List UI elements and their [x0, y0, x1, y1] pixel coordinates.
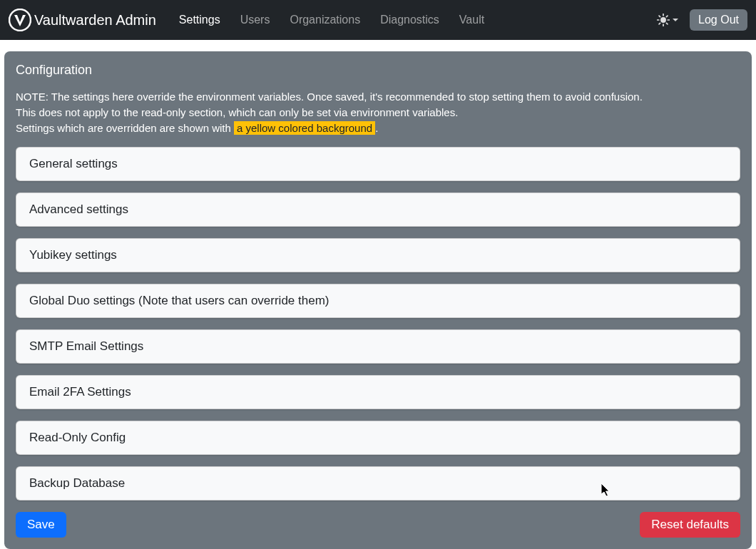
- section-yubikey-settings[interactable]: Yubikey settings: [16, 238, 740, 272]
- section-list: General settings Advanced settings Yubik…: [16, 147, 740, 501]
- main-container: Configuration NOTE: The settings here ov…: [0, 40, 756, 549]
- config-title: Configuration: [16, 63, 740, 78]
- note-line-2: This does not apply to the read-only sec…: [16, 105, 740, 120]
- vaultwarden-logo-icon: [9, 9, 31, 31]
- nav-links: Settings Users Organizations Diagnostics…: [170, 8, 493, 32]
- svg-point-1: [660, 17, 666, 23]
- note-line-3-prefix: Settings which are overridden are shown …: [16, 122, 234, 134]
- svg-line-9: [666, 16, 668, 17]
- logout-button[interactable]: Log Out: [690, 9, 747, 31]
- section-smtp-email-settings[interactable]: SMTP Email Settings: [16, 329, 740, 364]
- section-advanced-settings[interactable]: Advanced settings: [16, 193, 740, 227]
- brand[interactable]: Vaultwarden Admin: [9, 9, 156, 31]
- navbar-right: Log Out: [653, 9, 747, 31]
- chevron-down-icon: [673, 19, 678, 21]
- nav-users[interactable]: Users: [232, 8, 279, 32]
- svg-line-6: [659, 16, 660, 17]
- config-panel: Configuration NOTE: The settings here ov…: [4, 51, 752, 549]
- button-row: Save Reset defaults: [16, 512, 740, 538]
- section-global-duo-settings[interactable]: Global Duo settings (Note that users can…: [16, 284, 740, 318]
- save-button[interactable]: Save: [16, 512, 66, 538]
- nav-organizations[interactable]: Organizations: [281, 8, 369, 32]
- section-backup-database[interactable]: Backup Database: [16, 466, 740, 501]
- svg-line-7: [666, 23, 668, 24]
- nav-diagnostics[interactable]: Diagnostics: [372, 8, 448, 32]
- yellow-highlight: a yellow colored background: [234, 121, 375, 135]
- theme-toggle[interactable]: [653, 11, 683, 29]
- navbar: Vaultwarden Admin Settings Users Organiz…: [0, 0, 756, 40]
- nav-vault[interactable]: Vault: [451, 8, 493, 32]
- svg-line-8: [659, 23, 660, 24]
- section-general-settings[interactable]: General settings: [16, 147, 740, 181]
- reset-defaults-button[interactable]: Reset defaults: [640, 512, 740, 538]
- note-line-3: Settings which are overridden are shown …: [16, 120, 740, 136]
- note-line-3-suffix: .: [375, 122, 378, 134]
- note-line-1: NOTE: The settings here override the env…: [16, 89, 740, 105]
- brand-text: Vaultwarden Admin: [34, 12, 156, 29]
- config-note: NOTE: The settings here override the env…: [16, 89, 740, 135]
- section-read-only-config[interactable]: Read-Only Config: [16, 421, 740, 455]
- svg-point-0: [9, 9, 31, 31]
- nav-settings[interactable]: Settings: [170, 8, 229, 32]
- section-email-2fa-settings[interactable]: Email 2FA Settings: [16, 375, 740, 409]
- sun-icon: [657, 14, 670, 26]
- navbar-left: Vaultwarden Admin Settings Users Organiz…: [9, 8, 493, 32]
